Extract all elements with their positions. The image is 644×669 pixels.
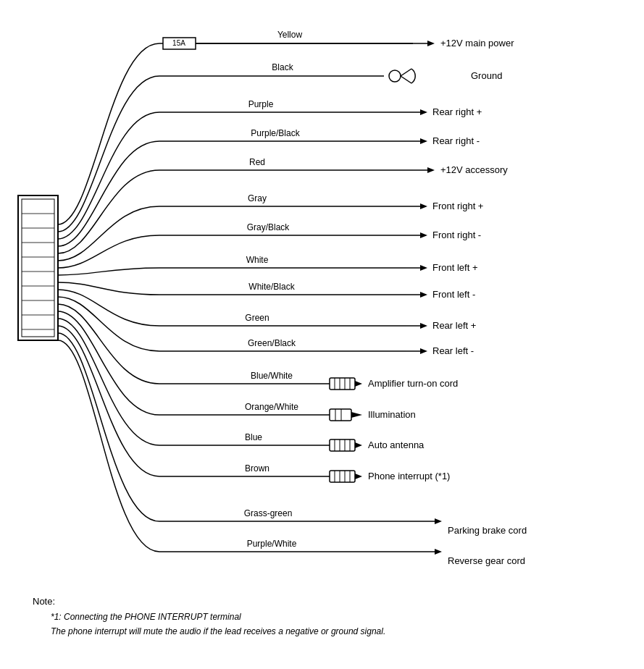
svg-text:Orange/White: Orange/White	[245, 402, 298, 412]
svg-text:Ground: Ground	[471, 70, 502, 81]
svg-text:Green: Green	[245, 313, 269, 323]
svg-text:Front right +: Front right +	[432, 201, 483, 211]
svg-text:Parking brake cord: Parking brake cord	[448, 525, 527, 536]
svg-text:Illumination: Illumination	[368, 409, 416, 420]
svg-text:Purple: Purple	[248, 99, 274, 109]
svg-text:Blue: Blue	[245, 432, 262, 442]
svg-rect-45	[330, 439, 355, 451]
svg-text:+12V accessory: +12V accessory	[440, 164, 508, 175]
svg-text:The phone interrupt will mute : The phone interrupt will mute the audio …	[51, 626, 385, 636]
svg-text:Phone interrupt (*1): Phone interrupt (*1)	[368, 471, 450, 481]
svg-text:Rear left -: Rear left -	[432, 345, 474, 356]
svg-text:Reverse gear cord: Reverse gear cord	[448, 555, 525, 566]
svg-text:Rear right -: Rear right -	[432, 135, 480, 146]
svg-point-16	[389, 70, 401, 82]
svg-text:+12V main power: +12V main power	[440, 38, 514, 49]
svg-text:Rear left +: Rear left +	[432, 320, 476, 331]
svg-text:Amplifier turn-on cord: Amplifier turn-on cord	[368, 378, 458, 389]
svg-rect-41	[330, 409, 351, 421]
svg-text:White/Black: White/Black	[248, 282, 295, 292]
svg-text:Blue/White: Blue/White	[251, 371, 293, 381]
svg-rect-35	[330, 378, 355, 390]
svg-text:Front right -: Front right -	[432, 230, 481, 240]
svg-text:Grass-green: Grass-green	[244, 508, 293, 518]
svg-text:Purple/Black: Purple/Black	[251, 128, 300, 138]
svg-text:White: White	[246, 255, 269, 265]
svg-text:*1: Connecting the PHONE INTER: *1: Connecting the PHONE INTERRUPT termi…	[51, 612, 241, 622]
svg-text:Yellow: Yellow	[277, 30, 303, 40]
svg-text:Red: Red	[249, 157, 265, 167]
svg-text:Front left +: Front left +	[432, 262, 478, 273]
svg-text:Brown: Brown	[245, 463, 269, 474]
svg-text:Purple/White: Purple/White	[247, 539, 297, 549]
svg-text:Auto antenna: Auto antenna	[368, 439, 425, 450]
svg-text:Note:: Note:	[33, 596, 55, 607]
svg-text:Green/Black: Green/Black	[248, 338, 296, 348]
svg-text:15A: 15A	[172, 39, 185, 47]
svg-text:Front left -: Front left -	[432, 289, 475, 300]
svg-text:Black: Black	[272, 62, 293, 72]
wiring-diagram: 15A	[0, 0, 644, 669]
svg-rect-51	[330, 471, 355, 482]
svg-text:Gray: Gray	[248, 193, 267, 203]
svg-text:Rear right +: Rear right +	[432, 106, 482, 117]
svg-text:Gray/Black: Gray/Black	[247, 222, 290, 232]
